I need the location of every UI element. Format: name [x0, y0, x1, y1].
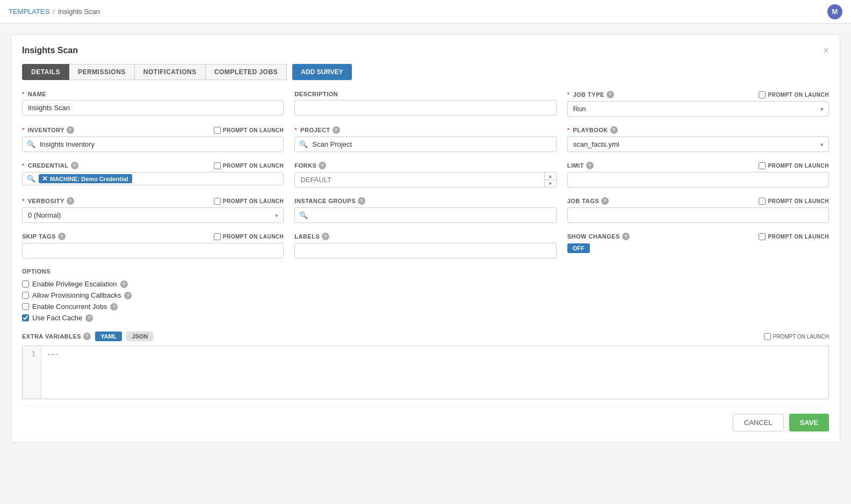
- labels-label: LABELS ?: [294, 233, 556, 240]
- option-concurrent-jobs: Enable Concurrent Jobs ?: [22, 303, 829, 311]
- instance-groups-help-icon[interactable]: ?: [358, 197, 365, 205]
- field-show-changes: SHOW CHANGES ? PROMPT ON LAUNCH OFF: [567, 233, 829, 258]
- skip-tags-help-icon[interactable]: ?: [58, 233, 66, 240]
- field-job-tags: JOB TAGS ? PROMPT ON LAUNCH: [567, 197, 829, 223]
- job-tags-prompt-label: PROMPT ON LAUNCH: [759, 198, 829, 205]
- project-search-wrap: 🔍: [294, 136, 556, 152]
- breadcrumb-templates[interactable]: TEMPLATES: [9, 8, 49, 16]
- option4-checkbox[interactable]: [22, 314, 29, 321]
- show-changes-help-icon[interactable]: ?: [622, 233, 630, 240]
- labels-help-icon[interactable]: ?: [322, 233, 329, 240]
- description-input[interactable]: [294, 100, 556, 116]
- credential-remove-btn[interactable]: ✕: [42, 175, 48, 182]
- instance-groups-search-icon: 🔍: [295, 211, 312, 219]
- extra-vars-prompt-checkbox[interactable]: [764, 333, 771, 340]
- forks-input[interactable]: [295, 172, 544, 187]
- main-card: Insights Scan × DETAILS PERMISSIONS NOTI…: [11, 34, 840, 443]
- verbosity-select[interactable]: 0 (Normal) 1 (Verbose) 2 (More Verbose) …: [22, 207, 284, 223]
- save-button[interactable]: SAVE: [789, 414, 829, 431]
- close-button[interactable]: ×: [823, 46, 829, 55]
- job-tags-prompt-checkbox[interactable]: [759, 198, 766, 205]
- show-changes-prompt-checkbox[interactable]: [759, 233, 766, 240]
- json-button[interactable]: JSON: [126, 332, 153, 341]
- option1-checkbox[interactable]: [22, 280, 29, 287]
- yaml-button[interactable]: YAML: [95, 332, 122, 341]
- option-provisioning-callbacks: Allow Provisioning Callbacks ?: [22, 291, 829, 299]
- project-label: * PROJECT ?: [294, 126, 556, 134]
- option-privilege-escalation: Enable Privilege Escalation ?: [22, 280, 829, 288]
- project-help-icon[interactable]: ?: [333, 126, 340, 134]
- extra-vars-label: EXTRA VARIABLES ?: [22, 333, 91, 340]
- option-fact-cache: Use Fact Cache ?: [22, 314, 829, 322]
- name-label: * NAME: [22, 91, 284, 97]
- code-content[interactable]: ---: [41, 346, 828, 399]
- card-header: Insights Scan ×: [22, 46, 829, 55]
- forks-spinners: ▲ ▼: [544, 172, 556, 187]
- options-title: OPTIONS: [22, 268, 829, 275]
- labels-input[interactable]: [294, 243, 556, 258]
- tab-notifications[interactable]: NOTIFICATIONS: [135, 64, 206, 80]
- job-tags-input[interactable]: [567, 207, 829, 223]
- job-type-prompt-checkbox[interactable]: [759, 91, 766, 98]
- forks-label: FORKS ?: [294, 162, 556, 169]
- credential-search-icon: 🔍: [27, 175, 35, 183]
- skip-tags-prompt-checkbox[interactable]: [214, 233, 221, 240]
- inventory-help-icon[interactable]: ?: [67, 126, 74, 134]
- limit-help-icon[interactable]: ?: [586, 162, 594, 169]
- credential-prompt-checkbox[interactable]: [214, 162, 221, 169]
- inventory-search-icon: 🔍: [23, 140, 40, 148]
- option1-help-icon[interactable]: ?: [120, 280, 128, 288]
- instance-groups-label: INSTANCE GROUPS ?: [294, 197, 556, 205]
- option2-checkbox[interactable]: [22, 292, 29, 299]
- tab-completed-jobs[interactable]: COMPLETED JOBS: [206, 64, 287, 80]
- forks-up-btn[interactable]: ▲: [545, 172, 556, 180]
- cancel-button[interactable]: CANCEL: [733, 414, 784, 431]
- name-input[interactable]: [22, 100, 284, 116]
- option4-help-icon[interactable]: ?: [85, 314, 93, 322]
- inventory-prompt-checkbox[interactable]: [214, 127, 221, 134]
- forks-help-icon[interactable]: ?: [319, 162, 326, 169]
- field-playbook: * PLAYBOOK ? scan_facts.yml: [567, 126, 829, 152]
- inventory-input[interactable]: [40, 137, 283, 152]
- extra-vars-help-icon[interactable]: ?: [83, 333, 91, 340]
- job-type-help-icon[interactable]: ?: [607, 91, 614, 98]
- job-type-select[interactable]: Run Check Scan: [567, 101, 829, 117]
- field-verbosity: * VERBOSITY ? PROMPT ON LAUNCH 0 (Normal…: [22, 197, 284, 223]
- job-tags-label: JOB TAGS ? PROMPT ON LAUNCH: [567, 197, 829, 205]
- project-input[interactable]: [312, 137, 556, 152]
- row-skiptags-labels-showchanges: SKIP TAGS ? PROMPT ON LAUNCH LABELS ?: [22, 233, 829, 258]
- show-changes-toggle-button[interactable]: OFF: [567, 243, 590, 253]
- playbook-select[interactable]: scan_facts.yml: [567, 136, 829, 152]
- credential-help-icon[interactable]: ?: [71, 162, 78, 169]
- option2-help-icon[interactable]: ?: [124, 292, 132, 299]
- limit-label: LIMIT ? PROMPT ON LAUNCH: [567, 162, 829, 169]
- tab-permissions[interactable]: PERMISSIONS: [69, 64, 135, 80]
- avatar[interactable]: M: [827, 4, 842, 19]
- job-tags-help-icon[interactable]: ?: [601, 197, 609, 205]
- breadcrumb-current: Insights Scan: [58, 8, 100, 16]
- option3-help-icon[interactable]: ?: [110, 303, 118, 311]
- row-credential-forks-limit: * CREDENTIAL ? PROMPT ON LAUNCH 🔍 ✕ MACH…: [22, 162, 829, 188]
- instance-groups-input[interactable]: [312, 208, 556, 222]
- credential-label: * CREDENTIAL ? PROMPT ON LAUNCH: [22, 162, 284, 169]
- card-title: Insights Scan: [22, 46, 78, 55]
- field-limit: LIMIT ? PROMPT ON LAUNCH: [567, 162, 829, 188]
- skip-tags-input[interactable]: [22, 243, 284, 258]
- verbosity-help-icon[interactable]: ?: [67, 197, 74, 205]
- limit-input[interactable]: [567, 172, 829, 188]
- verbosity-label: * VERBOSITY ? PROMPT ON LAUNCH: [22, 197, 284, 205]
- limit-prompt-checkbox[interactable]: [759, 162, 766, 169]
- playbook-help-icon[interactable]: ?: [610, 126, 618, 134]
- tab-details[interactable]: DETAILS: [22, 64, 69, 80]
- forks-down-btn[interactable]: ▼: [545, 180, 556, 187]
- verbosity-prompt-checkbox[interactable]: [214, 198, 221, 205]
- field-instance-groups: INSTANCE GROUPS ? 🔍: [294, 197, 556, 223]
- option4-label: Use Fact Cache: [32, 314, 82, 322]
- field-labels: LABELS ?: [294, 233, 556, 258]
- inventory-label: * INVENTORY ? PROMPT ON LAUNCH: [22, 126, 284, 134]
- instance-groups-search-wrap: 🔍: [294, 207, 556, 223]
- option3-checkbox[interactable]: [22, 303, 29, 310]
- show-changes-label: SHOW CHANGES ? PROMPT ON LAUNCH: [567, 233, 829, 240]
- add-survey-button[interactable]: ADD SURVEY: [292, 64, 351, 80]
- code-editor[interactable]: 1 ---: [22, 345, 829, 399]
